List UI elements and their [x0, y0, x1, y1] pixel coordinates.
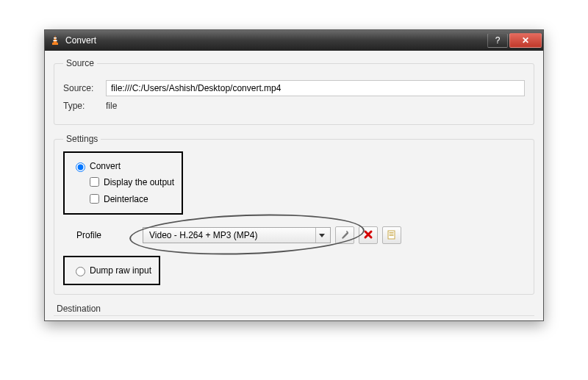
convert-highlight-box: Convert Display the output Deinterlace — [63, 151, 183, 215]
destination-legend: Destination — [57, 304, 534, 314]
type-value: file — [106, 101, 117, 111]
profile-label: Profile — [76, 230, 143, 240]
help-icon: ? — [495, 35, 501, 46]
source-legend: Source — [63, 58, 97, 68]
dump-raw-label: Dump raw input — [90, 265, 151, 276]
svg-rect-5 — [388, 231, 395, 239]
display-output-checkbox[interactable] — [90, 177, 99, 187]
profile-selected-text: Video - H.264 + MP3 (MP4) — [149, 230, 315, 240]
svg-rect-8 — [390, 235, 394, 236]
svg-rect-1 — [52, 43, 58, 45]
deinterlace-row: Deinterlace — [87, 192, 174, 206]
deinterlace-label: Deinterlace — [104, 194, 148, 204]
new-profile-button[interactable] — [382, 226, 401, 244]
help-button[interactable]: ? — [487, 33, 508, 48]
source-input[interactable] — [106, 80, 525, 96]
close-icon: ✕ — [522, 35, 529, 46]
profile-row: Profile Video - H.264 + MP3 (MP4) — [63, 226, 525, 244]
dump-raw-radio[interactable] — [76, 267, 85, 276]
source-label: Source: — [63, 83, 106, 93]
svg-marker-0 — [54, 35, 57, 43]
svg-rect-7 — [390, 234, 394, 234]
dump-raw-radio-row: Dump raw input — [72, 265, 151, 276]
svg-rect-2 — [54, 37, 57, 39]
deinterlace-checkbox[interactable] — [90, 194, 99, 204]
source-group: Source Source: Type: file — [54, 58, 534, 125]
window-title: Convert — [65, 35, 486, 46]
chevron-down-icon — [315, 228, 327, 243]
new-profile-icon — [387, 229, 397, 242]
svg-rect-3 — [53, 40, 57, 42]
wrench-icon — [340, 229, 350, 242]
profile-select[interactable]: Video - H.264 + MP3 (MP4) — [143, 227, 331, 243]
type-label: Type: — [63, 101, 106, 111]
svg-rect-6 — [390, 232, 394, 233]
display-output-label: Display the output — [104, 177, 174, 187]
edit-profile-button[interactable] — [335, 226, 354, 244]
type-row: Type: file — [63, 101, 525, 111]
close-button[interactable]: ✕ — [509, 33, 542, 48]
titlebar: Convert ? ✕ — [45, 30, 543, 51]
source-row: Source: — [63, 80, 525, 96]
delete-icon — [363, 229, 373, 242]
convert-radio-label: Convert — [90, 161, 121, 171]
client-area: Source Source: Type: file Settings Conve… — [45, 51, 543, 320]
display-output-row: Display the output — [87, 175, 174, 189]
convert-window: Convert ? ✕ Source Source: Type: file Se… — [44, 29, 544, 321]
convert-radio-row: Convert — [72, 160, 174, 172]
svg-marker-4 — [319, 234, 325, 237]
settings-legend: Settings — [63, 134, 101, 144]
dump-raw-highlight-box: Dump raw input — [63, 256, 160, 285]
settings-group: Settings Convert Display the output Dein… — [54, 134, 534, 295]
vlc-icon — [49, 35, 61, 46]
cutoff-divider — [54, 315, 534, 316]
delete-profile-button[interactable] — [359, 226, 378, 244]
convert-radio[interactable] — [76, 162, 85, 172]
